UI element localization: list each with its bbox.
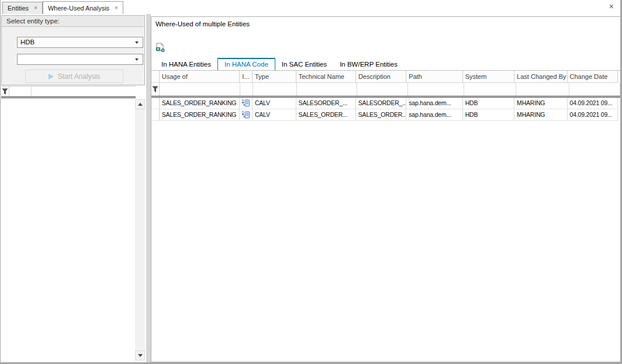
row-indicator-cell: [151, 98, 160, 109]
header-indicator-cell: [151, 71, 160, 83]
column-header-system[interactable]: System: [463, 71, 514, 83]
excel-export-icon: [156, 43, 165, 53]
cell-system: HDB: [463, 109, 514, 121]
tab-where-used-analysis-label: Where-Used Analysis: [48, 5, 109, 12]
cell-icon: [240, 109, 253, 121]
entity-list-filter-indicator: [1, 86, 9, 96]
cell-icon: [240, 98, 253, 109]
funnel-icon: [2, 88, 8, 95]
results-table: Usage of I... Type Technical Name Descri…: [151, 70, 620, 121]
export-to-excel-button[interactable]: [154, 41, 166, 53]
triangle-down-icon: [138, 354, 143, 357]
column-header-path[interactable]: Path: [406, 71, 462, 83]
scroll-up-button[interactable]: [135, 99, 145, 109]
left-grid-scrollbar[interactable]: [135, 99, 145, 360]
funnel-icon: [152, 86, 158, 93]
calculation-view-icon: [242, 111, 250, 119]
scroll-down-button[interactable]: [135, 351, 145, 360]
row-indicator-cell: [151, 109, 160, 121]
tab-entities-close-icon[interactable]: ×: [34, 5, 37, 11]
result-tabbar: In HANA Entities In HANA Code In SAC Ent…: [155, 58, 404, 70]
filter-cell-change-date[interactable]: [569, 83, 620, 96]
entity-list-column: [9, 86, 32, 96]
where-used-analysis-window: Entities × Where-Used Analysis × × Selec…: [0, 0, 622, 364]
play-icon: [49, 74, 54, 79]
results-table-header-row: Usage of I... Type Technical Name Descri…: [151, 71, 618, 83]
filter-row: [151, 83, 620, 98]
filter-cell-technical-name[interactable]: [297, 83, 357, 96]
where-used-results-panel: Where-Used of multiple Entities In HANA …: [151, 16, 621, 362]
filter-cell-usage-of[interactable]: [160, 83, 240, 96]
cell-usage-of: SALES_ORDER_RANKING: [160, 109, 240, 121]
start-analysis-button[interactable]: Start Analysis: [25, 70, 123, 83]
tab-entities[interactable]: Entities ×: [2, 2, 43, 14]
tab-in-hana-code[interactable]: In HANA Code: [217, 58, 275, 70]
cell-description: SALESORDER_...: [356, 98, 407, 109]
tab-where-used-analysis-close-icon[interactable]: ×: [115, 5, 118, 11]
filter-cell-system[interactable]: [464, 83, 516, 96]
start-analysis-label: Start Analysis: [58, 72, 101, 81]
calculation-view-icon: [242, 99, 250, 107]
column-header-technical-name[interactable]: Technical Name: [296, 71, 356, 83]
column-header-usage-of[interactable]: Usage of: [160, 71, 240, 83]
cell-technical-name: SALESORDER_...: [296, 98, 356, 109]
cell-last-changed-by: MHARING: [514, 98, 567, 109]
entity-dropdown[interactable]: [17, 54, 143, 65]
tab-in-bw-erp-entities[interactable]: In BW/ERP Entities: [333, 58, 404, 70]
cell-description: SALES_ORDER...: [356, 109, 407, 121]
column-header-icon[interactable]: I...: [240, 71, 253, 83]
cell-last-changed-by: MHARING: [514, 109, 567, 121]
tab-where-used-analysis[interactable]: Where-Used Analysis ×: [43, 1, 123, 14]
entity-selection-panel: Select entity type: HDB Start Analysis: [1, 14, 146, 362]
cell-path: sap.hana.dem...: [406, 109, 462, 121]
column-header-change-date[interactable]: Change Date: [568, 71, 618, 83]
document-tabbar: Entities × Where-Used Analysis × ×: [1, 0, 620, 14]
filter-cell-icon[interactable]: [240, 83, 253, 96]
table-row[interactable]: SALES_ORDER_RANKING CALV SALESORDER_... …: [151, 98, 618, 109]
close-icon[interactable]: ×: [609, 2, 614, 11]
tab-in-hana-entities[interactable]: In HANA Entities: [155, 58, 217, 70]
panel-splitter[interactable]: [146, 14, 151, 362]
chevron-down-icon: [135, 41, 139, 44]
cell-usage-of: SALES_ORDER_RANKING: [160, 98, 240, 109]
filter-cell-description[interactable]: [357, 83, 408, 96]
filter-cell-type[interactable]: [253, 83, 297, 96]
column-header-type[interactable]: Type: [253, 71, 296, 83]
select-entity-type-section: Select entity type: HDB Start Analysis: [1, 15, 145, 85]
cell-path: sap.hana.dem...: [406, 98, 462, 109]
cell-type: CALV: [253, 109, 296, 121]
select-entity-type-header: Select entity type:: [2, 16, 144, 27]
cell-change-date: 04.09.2021 09...: [568, 109, 618, 121]
table-row[interactable]: SALES_ORDER_RANKING CALV SALES_ORDER... …: [151, 109, 618, 121]
cell-technical-name: SALES_ORDER...: [296, 109, 356, 121]
column-header-last-changed-by[interactable]: Last Changed By: [514, 71, 567, 83]
results-title: Where-Used of multiple Entities: [156, 20, 250, 27]
filter-cell-path[interactable]: [408, 83, 465, 96]
entity-type-dropdown[interactable]: HDB: [17, 37, 143, 48]
cell-change-date: 04.09.2021 09...: [568, 98, 618, 109]
tab-entities-label: Entities: [8, 5, 29, 12]
entity-list-column: [32, 86, 136, 96]
filter-row-indicator: [151, 83, 160, 96]
cell-system: HDB: [463, 98, 514, 109]
column-header-description[interactable]: Description: [356, 71, 406, 83]
triangle-up-icon: [138, 103, 143, 106]
filter-cell-last-changed-by[interactable]: [516, 83, 569, 96]
chevron-down-icon: [135, 58, 139, 61]
tab-in-sac-entities[interactable]: In SAC Entities: [275, 58, 333, 70]
entity-list-grid-header: [1, 86, 136, 98]
cell-type: CALV: [253, 98, 296, 109]
entity-type-value: HDB: [20, 39, 34, 46]
